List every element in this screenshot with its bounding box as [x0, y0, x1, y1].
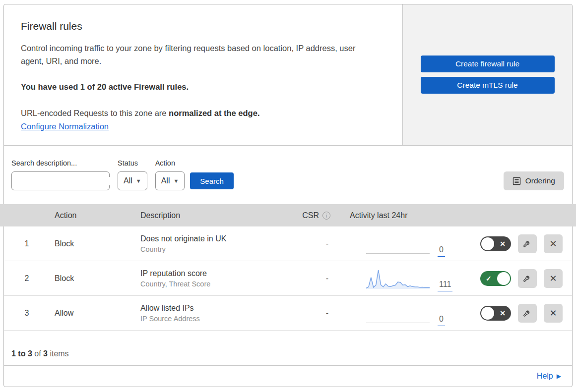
- ordering-label: Ordering: [525, 176, 555, 185]
- rule-priority: 3: [25, 309, 29, 318]
- csr-header-label: CSR: [302, 211, 319, 220]
- arrow-right-icon: ▶: [557, 373, 561, 380]
- activity-flat-sparkline: [366, 253, 430, 254]
- usage-summary: You have used 1 of 20 active Firewall ru…: [21, 82, 383, 92]
- table-row: 3 Allow Allow listed IPs IP Source Addre…: [4, 296, 572, 331]
- activity-column-header: Activity last 24hr: [337, 211, 461, 220]
- rule-priority: 1: [25, 239, 29, 248]
- pagination-summary: 1 to 3 of 3 items: [4, 331, 572, 365]
- toggle-on-icon: ✓: [486, 271, 492, 286]
- items-total: 3: [43, 349, 48, 358]
- rule-action: Block: [50, 274, 136, 283]
- status-label: Status: [118, 159, 147, 167]
- table-header: Action Description CSR i Activity last 2…: [0, 204, 576, 226]
- wrench-icon: [523, 239, 532, 248]
- rule-controls: ✓ ✕: [461, 269, 572, 288]
- toggle-off-icon: ✕: [500, 236, 506, 251]
- status-field-group: Status All ▼: [118, 159, 147, 190]
- search-box[interactable]: [11, 171, 110, 190]
- action-field-group: Action All ▼: [155, 159, 185, 190]
- edit-rule-button[interactable]: [518, 269, 537, 288]
- rule-action: Block: [50, 239, 136, 248]
- items-of: of: [32, 349, 43, 358]
- activity-count-link[interactable]: 0: [438, 315, 445, 326]
- rule-action: Allow: [50, 309, 136, 318]
- rule-enable-toggle[interactable]: ✕: [480, 236, 511, 251]
- search-input[interactable]: [21, 177, 120, 185]
- rule-activity-cell: 0: [337, 226, 461, 261]
- rule-controls: ✕ ✕: [461, 234, 572, 253]
- activity-count-link[interactable]: 0: [438, 245, 445, 257]
- page-title: Firewall rules: [21, 20, 383, 32]
- status-dropdown[interactable]: All ▼: [118, 171, 147, 190]
- rule-description: IP reputation score: [140, 269, 295, 278]
- header-text-block: Firewall rules Control incoming traffic …: [4, 4, 403, 145]
- toggle-off-icon: ✕: [500, 306, 506, 321]
- search-field-group: Search description...: [11, 159, 110, 190]
- rule-description-cell: Allow listed IPs IP Source Address: [136, 304, 295, 323]
- edit-rule-button[interactable]: [518, 304, 537, 323]
- actions-panel: Create firewall rule Create mTLS rule: [403, 4, 572, 145]
- ordering-list-icon: [512, 177, 521, 185]
- action-dropdown[interactable]: All ▼: [155, 171, 185, 190]
- help-link[interactable]: Help ▶: [537, 372, 561, 381]
- rule-enable-toggle[interactable]: ✓: [480, 271, 511, 286]
- rule-criteria: IP Source Address: [140, 315, 295, 323]
- activity-sparkline: [366, 269, 430, 289]
- normalization-text: URL-encoded Requests to this zone are no…: [21, 109, 383, 118]
- rule-criteria: Country: [140, 245, 295, 253]
- configure-normalization-link[interactable]: Configure Normalization: [21, 122, 109, 131]
- rule-csr: -: [326, 309, 337, 318]
- action-column-header: Action: [50, 211, 136, 220]
- chevron-down-icon: ▼: [136, 178, 141, 184]
- rule-activity-cell: 0: [337, 296, 461, 330]
- toggle-knob: [481, 307, 494, 320]
- filter-bar: Search description... Status All ▼ Actio…: [4, 146, 572, 204]
- rule-enable-toggle[interactable]: ✕: [480, 306, 511, 321]
- rule-csr: -: [326, 239, 337, 248]
- rule-description-cell: Does not originate in UK Country: [136, 234, 295, 253]
- info-icon[interactable]: i: [322, 212, 330, 220]
- delete-rule-button[interactable]: ✕: [544, 234, 563, 253]
- page-description: Control incoming traffic to your zone by…: [21, 42, 373, 67]
- normalization-bold: normalized at the edge.: [169, 109, 259, 117]
- activity-count-link[interactable]: 111: [438, 280, 452, 291]
- create-mtls-rule-button[interactable]: Create mTLS rule: [421, 77, 555, 94]
- delete-rule-button[interactable]: ✕: [544, 304, 563, 323]
- action-label: Action: [155, 159, 185, 167]
- activity-flat-sparkline: [366, 323, 430, 323]
- wrench-icon: [523, 309, 532, 318]
- header-section: Firewall rules Control incoming traffic …: [4, 4, 572, 146]
- status-value: All: [124, 176, 132, 185]
- csr-column-header: CSR i: [302, 211, 337, 220]
- ordering-button[interactable]: Ordering: [504, 171, 564, 190]
- wrench-icon: [523, 274, 532, 283]
- items-range: 1 to 3: [11, 349, 32, 358]
- close-icon: ✕: [549, 273, 557, 284]
- normalization-prefix: URL-encoded Requests to this zone are: [21, 109, 169, 117]
- close-icon: ✕: [549, 238, 557, 249]
- rule-description-cell: IP reputation score Country, Threat Scor…: [136, 269, 295, 288]
- rule-csr: -: [326, 274, 337, 283]
- rule-description: Does not originate in UK: [140, 234, 295, 243]
- action-value: All: [161, 176, 170, 185]
- rule-activity-cell: 111: [337, 261, 461, 295]
- chevron-down-icon: ▼: [173, 178, 179, 184]
- search-label: Search description...: [11, 159, 110, 167]
- rule-priority: 2: [25, 274, 29, 283]
- edit-rule-button[interactable]: [518, 234, 537, 253]
- close-icon: ✕: [549, 308, 557, 319]
- delete-rule-button[interactable]: ✕: [544, 269, 563, 288]
- items-word: items: [48, 349, 69, 358]
- help-label: Help: [537, 372, 553, 381]
- toggle-knob: [481, 237, 494, 250]
- table-row: 2 Block IP reputation score Country, Thr…: [4, 261, 572, 296]
- rule-description: Allow listed IPs: [140, 304, 295, 313]
- rule-criteria: Country, Threat Score: [140, 280, 295, 288]
- description-column-header: Description: [136, 211, 295, 220]
- help-bar: Help ▶: [4, 365, 572, 387]
- search-button[interactable]: Search: [190, 172, 234, 189]
- create-firewall-rule-button[interactable]: Create firewall rule: [421, 56, 555, 72]
- table-row: 1 Block Does not originate in UK Country…: [4, 226, 572, 261]
- firewall-rules-card: Firewall rules Control incoming traffic …: [3, 4, 573, 387]
